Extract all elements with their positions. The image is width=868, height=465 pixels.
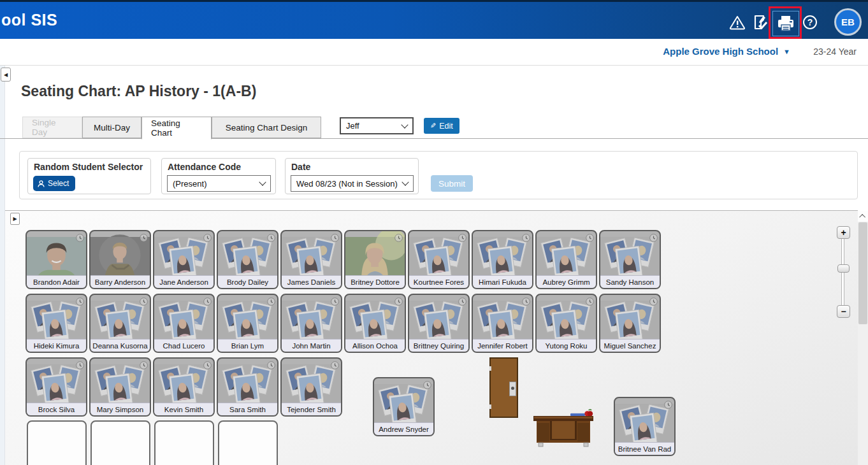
student-seat[interactable]: Brian Lym — [217, 294, 278, 353]
student-seat[interactable]: Allison Ochoa — [344, 294, 406, 353]
teacher-select-value: Jeff — [346, 121, 359, 131]
student-seat[interactable]: Brody Dailey — [217, 230, 278, 289]
date-box: Date Wed 08/23 (Not in Session) — [285, 158, 419, 194]
attendance-code-value: (Present) — [173, 179, 206, 189]
door-handle — [509, 382, 516, 396]
clock-icon — [140, 361, 148, 369]
student-name: Brock Silva — [27, 403, 86, 415]
date-select[interactable]: Wed 08/23 (Not in Session) — [291, 175, 414, 192]
student-name: Brian Lym — [218, 339, 277, 352]
student-seat[interactable]: Tejender Smith — [280, 357, 342, 417]
student-name: Deanna Kusorna — [90, 339, 150, 352]
empty-seat[interactable] — [27, 420, 87, 465]
zoom-out-button[interactable]: − — [837, 305, 850, 318]
scrollbar-thumb[interactable] — [858, 222, 867, 324]
student-seat[interactable]: Chad Lucero — [153, 294, 215, 353]
student-seat[interactable]: Brock Silva — [25, 357, 87, 417]
teacher-desk-object — [533, 408, 593, 447]
print-icon[interactable] — [772, 11, 799, 36]
student-seat[interactable]: Brittney Quiring — [408, 294, 470, 353]
clock-icon — [649, 233, 658, 241]
canvas-zoom-control: + − — [837, 226, 850, 318]
alert-icon[interactable] — [729, 15, 746, 31]
student-seat[interactable]: Sandy Hanson — [599, 230, 661, 289]
user-avatar[interactable]: EB — [834, 8, 862, 36]
student-seat[interactable]: Hideki Kimura — [25, 294, 87, 353]
door-hinge — [489, 366, 491, 371]
student-name: James Daniels — [282, 275, 341, 288]
clock-icon — [522, 297, 530, 305]
student-name: Brandon Adair — [27, 275, 86, 288]
tab-seating-chart[interactable]: Seating Chart — [141, 117, 212, 140]
student-seat[interactable]: Jennifer Robert — [472, 294, 533, 353]
clock-icon — [140, 297, 148, 305]
student-seat[interactable]: Jane Anderson — [153, 230, 215, 289]
empty-seat[interactable] — [90, 420, 150, 465]
door-hinge — [489, 404, 491, 409]
student-seat[interactable]: Kourtnee Fores — [408, 230, 470, 289]
edit-button[interactable]: ✎ Edit — [424, 118, 459, 134]
scrollbar-up-button[interactable] — [858, 211, 868, 222]
help-icon[interactable]: ? — [803, 15, 817, 29]
student-name: Kourtnee Fores — [409, 275, 468, 288]
vertical-scrollbar[interactable] — [858, 211, 868, 465]
student-name: Mary Simpson — [90, 403, 150, 415]
submit-button[interactable]: Submit — [431, 175, 473, 192]
student-name: Sandy Hanson — [600, 275, 660, 288]
student-seat[interactable]: Britney Dottore — [344, 230, 406, 289]
school-year-label: 23-24 Year — [813, 46, 857, 57]
student-seat[interactable]: Miguel Sanchez — [599, 294, 661, 353]
student-seat[interactable]: Kevin Smith — [153, 357, 215, 417]
student-seat[interactable]: Sara Smith — [217, 357, 278, 417]
tab-strip-divider — [0, 138, 868, 139]
student-seat[interactable]: Brandon Adair — [25, 230, 87, 289]
clock-icon — [203, 297, 212, 305]
student-seat[interactable]: Britnee Van Rad — [614, 397, 676, 456]
student-name: Tejender Smith — [282, 403, 341, 415]
student-name: Brody Dailey — [218, 275, 277, 288]
teacher-select[interactable]: Jeff — [340, 117, 414, 134]
student-seat[interactable]: Himari Fukuda — [472, 230, 533, 289]
student-name: Jennifer Robert — [473, 339, 532, 352]
chevron-down-icon — [401, 121, 408, 128]
school-name: Apple Grove High School — [663, 46, 778, 57]
clock-icon — [458, 233, 467, 241]
empty-seat[interactable] — [218, 420, 278, 465]
seating-canvas[interactable]: ▶ — [5, 210, 858, 465]
school-selector[interactable]: Apple Grove High School▼ — [663, 46, 790, 57]
student-seat[interactable]: Andrew Snyder — [373, 377, 435, 436]
empty-seat[interactable] — [154, 420, 214, 465]
tab-seating-chart-design[interactable]: Seating Chart Design — [212, 117, 321, 138]
sidebar-collapse-button[interactable]: ◀ — [1, 68, 11, 82]
clock-icon — [586, 233, 594, 241]
clock-icon — [140, 233, 148, 241]
clock-icon — [267, 361, 275, 369]
student-name: Andrew Snyder — [374, 422, 433, 435]
page-title: Seating Chart: AP History - 1(A-B) — [21, 83, 256, 100]
zoom-slider-handle[interactable] — [837, 264, 850, 273]
clock-icon — [423, 380, 431, 389]
report-tasks-icon[interactable] — [753, 15, 769, 31]
student-seat[interactable]: James Daniels — [280, 230, 342, 289]
student-name: Britney Dottore — [345, 275, 405, 288]
student-seat[interactable]: Aubrey Grimm — [535, 230, 597, 289]
student-name: Miguel Sanchez — [600, 339, 660, 352]
student-seat[interactable]: Mary Simpson — [89, 357, 151, 417]
seating-chart-page: { "header": { "brand": "ool SIS", "avata… — [0, 0, 868, 465]
chevron-down-icon — [259, 178, 266, 185]
attendance-code-select[interactable]: (Present) — [167, 175, 271, 192]
chevron-down-icon: ▼ — [783, 48, 790, 55]
student-name: Sara Smith — [218, 403, 277, 415]
clock-icon — [664, 400, 672, 408]
select-student-button[interactable]: Select — [33, 176, 75, 191]
student-seat[interactable]: Yutong Roku — [535, 294, 597, 353]
student-seat[interactable]: Deanna Kusorna — [89, 294, 151, 353]
student-seat[interactable]: John Martin — [280, 294, 342, 353]
panel-expand-button[interactable]: ▶ — [10, 213, 20, 225]
student-seat[interactable]: Barry Anderson — [89, 230, 151, 289]
clock-icon — [267, 297, 275, 305]
random-student-selector-box: Random Student Selector Select — [27, 158, 151, 194]
zoom-in-button[interactable]: + — [837, 226, 850, 239]
tab-multi-day[interactable]: Multi-Day — [82, 117, 141, 138]
date-value: Wed 08/23 (Not in Session) — [296, 179, 398, 189]
